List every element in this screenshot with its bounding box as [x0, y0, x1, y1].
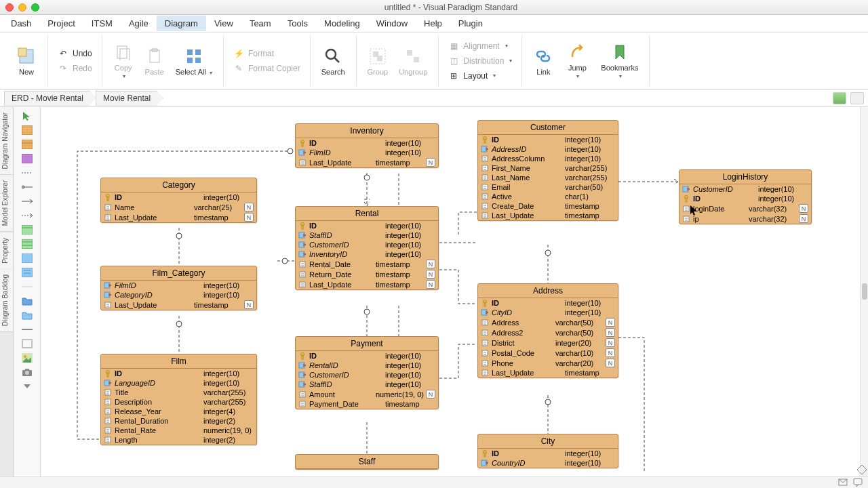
entity-column[interactable]: ipvarchar(32)N — [679, 214, 811, 224]
entity-column[interactable]: CityIDinteger(10) — [478, 308, 618, 317]
entity-column[interactable]: CountryIDinteger(10) — [478, 458, 618, 468]
entity-column[interactable]: Descriptionvarchar(255) — [101, 397, 256, 407]
entity-column[interactable]: loginDatevarchar(32)N — [679, 203, 811, 214]
scrollbar-thumb[interactable] — [862, 283, 867, 300]
menu-plugin[interactable]: Plugin — [450, 16, 491, 31]
link-button[interactable]: Link — [529, 45, 557, 77]
vertical-scrollbar[interactable] — [860, 107, 868, 468]
entity-staff[interactable]: Staff — [295, 454, 439, 470]
entity-column[interactable]: Last_Updatetimestamp — [478, 368, 618, 378]
bookmarks-button[interactable]: Bookmarks▾ — [597, 41, 642, 81]
entity-column[interactable]: StaffIDinteger(10) — [296, 380, 438, 389]
entity-column[interactable]: IDinteger(10) — [101, 192, 256, 202]
folder-tool-icon[interactable] — [21, 295, 33, 307]
group-button[interactable]: Group — [363, 45, 393, 77]
camera-tool-icon[interactable] — [21, 366, 33, 378]
minimize-window-icon[interactable] — [18, 3, 26, 12]
menu-window[interactable]: Window — [368, 16, 416, 31]
jump-button[interactable]: Jump▾ — [563, 41, 591, 81]
entity2-tool-icon[interactable] — [21, 138, 33, 150]
hline-tool-icon[interactable] — [21, 323, 33, 336]
entity-column[interactable]: StaffIDinteger(10) — [296, 230, 438, 240]
entity-column[interactable]: CustomerIDinteger(10) — [296, 370, 438, 380]
redo-button[interactable]: ↷Redo — [55, 62, 95, 75]
entity-column[interactable]: IDinteger(10) — [296, 138, 438, 148]
rail-tab-diagram-navigator[interactable]: Diagram Navigator — [0, 107, 13, 175]
entity-column[interactable]: InventoryIDinteger(10) — [296, 249, 438, 259]
close-window-icon[interactable] — [5, 3, 14, 12]
view-tool-icon[interactable] — [21, 152, 33, 165]
entity-column[interactable]: Rental_DatetimestampN — [296, 259, 438, 269]
entity-column[interactable]: IDinteger(10) — [478, 298, 618, 308]
menu-agile[interactable]: Agile — [121, 16, 157, 31]
entity-payment[interactable]: PaymentIDinteger(10)RentalIDinteger(10)C… — [295, 336, 439, 409]
sep-tool-icon[interactable] — [21, 281, 33, 293]
entity-column[interactable]: Return_DatetimestampN — [296, 269, 438, 279]
entity-column[interactable]: Lengthinteger(2) — [101, 435, 256, 445]
entity-column[interactable]: Phonevarchar(20)N — [478, 358, 618, 368]
format-copier-button[interactable]: ✎Format Copier — [231, 62, 303, 75]
entity-customer[interactable]: CustomerIDinteger(10)AddressIDinteger(10… — [477, 120, 618, 221]
search-button[interactable]: Search — [317, 45, 349, 77]
entity-column[interactable]: CustomerIDinteger(10) — [296, 240, 438, 249]
table2-tool-icon[interactable] — [21, 238, 33, 250]
distribution-button[interactable]: ◫Distribution▾ — [446, 54, 515, 68]
entity-column[interactable]: Amountnumeric(19, 0)N — [296, 389, 438, 399]
entity-column[interactable]: FilmIDinteger(10) — [101, 281, 256, 290]
menu-modeling[interactable]: Modeling — [316, 16, 368, 31]
box-tool-icon[interactable] — [21, 338, 33, 350]
undo-button[interactable]: ↶Undo — [55, 47, 95, 60]
entity-address[interactable]: AddressIDinteger(10)CityIDinteger(10)Add… — [477, 283, 618, 378]
entity-column[interactable]: CustomerIDinteger(10) — [679, 184, 811, 194]
menu-tools[interactable]: Tools — [279, 16, 316, 31]
more-tool-icon[interactable] — [21, 380, 33, 392]
grid-icon[interactable] — [850, 92, 864, 104]
menu-help[interactable]: Help — [416, 16, 450, 31]
entity-column[interactable]: AddressColumninteger(10) — [478, 154, 618, 163]
entity-city[interactable]: CityIDinteger(10)CountryIDinteger(10) — [477, 434, 618, 468]
entity-column[interactable]: Last_UpdatetimestampN — [296, 279, 438, 289]
entity-column[interactable]: Postal_Codevarchar(10)N — [478, 348, 618, 358]
entity-tool-icon[interactable] — [21, 124, 33, 136]
entity-film_category[interactable]: Film_CategoryFilmIDinteger(10)CategoryID… — [100, 266, 257, 310]
mail-icon[interactable] — [838, 478, 848, 487]
proc-tool-icon[interactable] — [21, 252, 33, 264]
select-all-button[interactable]: Select All ▾ — [172, 45, 216, 77]
entity-column[interactable]: Payment_Datetimestamp — [296, 399, 438, 409]
entity-column[interactable]: IDinteger(10) — [478, 449, 618, 458]
entity-column[interactable]: AddressIDinteger(10) — [478, 144, 618, 154]
line2-tool-icon[interactable] — [21, 181, 33, 193]
entity-column[interactable]: Last_Namevarchar(255) — [478, 173, 618, 182]
entity-column[interactable]: CategoryIDinteger(10) — [101, 290, 256, 300]
rail-tab-model-explorer[interactable]: Model Explorer — [0, 175, 13, 232]
entity-column[interactable]: Rental_Ratenumeric(19, 0) — [101, 426, 256, 435]
entity-column[interactable]: FilmIDinteger(10) — [296, 148, 438, 157]
entity-column[interactable]: Titlevarchar(255) — [101, 388, 256, 397]
menu-itsm[interactable]: ITSM — [83, 16, 121, 31]
maximize-window-icon[interactable] — [31, 3, 39, 12]
paste-button[interactable]: Paste — [140, 45, 169, 77]
format-button[interactable]: ⚡Format — [231, 47, 303, 60]
entity-column[interactable]: IDinteger(10) — [679, 194, 811, 203]
entity-column[interactable]: RentalIDinteger(10) — [296, 361, 438, 370]
menu-dash[interactable]: Dash — [3, 16, 39, 31]
entity-column[interactable]: Addressvarchar(50)N — [478, 317, 618, 327]
rail-tab-diagram-backlog[interactable]: Diagram Backlog — [0, 269, 13, 332]
menu-view[interactable]: View — [206, 16, 241, 31]
entity-column[interactable]: Namevarchar(25)N — [101, 202, 256, 212]
folder2-tool-icon[interactable] — [21, 309, 33, 321]
menu-team[interactable]: Team — [241, 16, 279, 31]
entity-film[interactable]: FilmIDinteger(10)LanguageIDinteger(10)Ti… — [100, 354, 257, 445]
line3-tool-icon[interactable] — [21, 195, 33, 207]
entity-column[interactable]: Emailvarchar(50) — [478, 182, 618, 192]
entity-loginhistory[interactable]: LoginHistoryCustomerIDinteger(10)IDinteg… — [679, 169, 812, 224]
breadcrumb-item[interactable]: ERD - Movie Rental — [4, 91, 96, 106]
entity-column[interactable]: Last_UpdatetimestampN — [296, 157, 438, 167]
entity-column[interactable]: IDinteger(10) — [296, 351, 438, 361]
entity-column[interactable]: Release_Yearinteger(4) — [101, 407, 256, 416]
alignment-button[interactable]: ▦Alignment▾ — [446, 39, 515, 53]
entity-column[interactable]: Address2varchar(50)N — [478, 327, 618, 338]
entity-category[interactable]: CategoryIDinteger(10)Namevarchar(25)NLas… — [100, 178, 257, 223]
entity-column[interactable]: Last_Updatetimestamp — [478, 211, 618, 220]
new-button[interactable]: New — [12, 45, 41, 77]
